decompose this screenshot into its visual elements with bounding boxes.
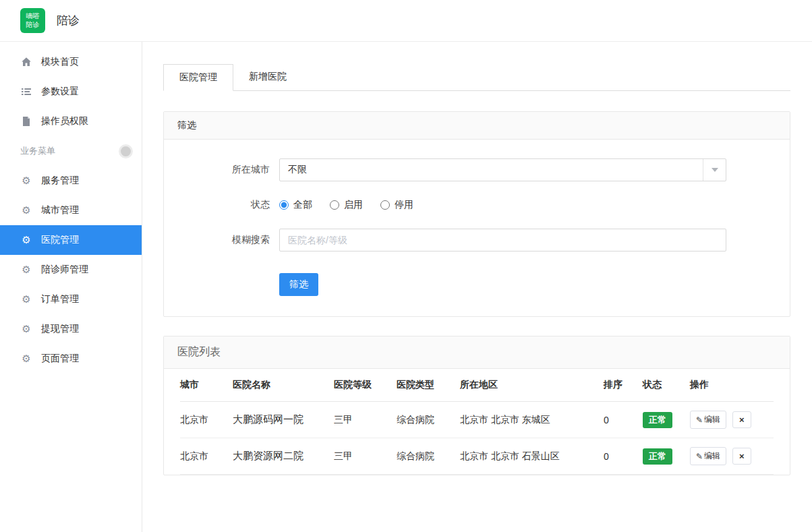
sidebar-item-label: 城市管理 (41, 204, 79, 216)
sidebar-item-label: 医院管理 (41, 234, 79, 246)
radio-all-label: 全部 (293, 199, 312, 211)
tab-add-hospital[interactable]: 新增医院 (233, 64, 302, 90)
cell-hospital-name: 大鹏源码网一院 (227, 402, 328, 438)
sidebar-section-business-menu: 业务菜单 (0, 136, 142, 166)
search-label: 模糊搜索 (164, 234, 270, 246)
status-label: 状态 (164, 199, 270, 211)
radio-disabled-input[interactable] (380, 200, 390, 210)
table-row: 北京市 大鹏源码网一院 三甲 综合病院 北京市 北京市 东城区 0 正常 ✎编辑… (180, 402, 774, 438)
sidebar-item-hospital-management[interactable]: ⚙ 医院管理 (0, 225, 142, 255)
column-header-grade: 医院等级 (328, 369, 391, 402)
status-radio-disabled[interactable]: 停用 (380, 199, 413, 211)
sidebar-item-order-management[interactable]: ⚙ 订单管理 (0, 285, 142, 314)
sidebar-item-label: 订单管理 (41, 293, 79, 305)
app-logo[interactable]: 嘀嗒 陪诊 (20, 8, 45, 33)
chevron-down-icon[interactable] (703, 159, 726, 181)
city-label: 所在城市 (164, 164, 270, 176)
column-header-type: 医院类型 (391, 369, 455, 402)
tab-bar: 医院管理 新增医院 (163, 64, 790, 91)
cell-type: 综合病院 (391, 438, 455, 475)
gear-icon: ⚙ (20, 323, 32, 335)
gear-icon: ⚙ (20, 353, 32, 365)
sidebar-item-label: 提现管理 (41, 323, 79, 335)
gear-icon: ⚙ (20, 175, 32, 187)
cell-city: 北京市 (180, 402, 227, 438)
sidebar-item-label: 页面管理 (41, 353, 79, 365)
sidebar-item-withdrawal-management[interactable]: ⚙ 提现管理 (0, 314, 142, 344)
sidebar-item-service-management[interactable]: ⚙ 服务管理 (0, 166, 142, 196)
radio-disabled-label: 停用 (395, 199, 413, 211)
cell-type: 综合病院 (391, 402, 455, 438)
submit-row: 筛选 (164, 273, 790, 296)
sidebar-item-city-management[interactable]: ⚙ 城市管理 (0, 196, 142, 225)
pencil-icon: ✎ (696, 452, 703, 461)
hospital-list-panel: 医院列表 城市 医院名称 医院等级 医院类型 所在地区 排序 状态 操作 (163, 336, 790, 475)
section-label: 业务菜单 (20, 145, 55, 157)
radio-all-input[interactable] (279, 200, 289, 210)
filter-submit-button[interactable]: 筛选 (279, 273, 318, 296)
app-header: 嘀嗒 陪诊 陪诊 (0, 0, 812, 42)
column-header-city: 城市 (180, 369, 227, 402)
sidebar-item-escort-management[interactable]: ⚙ 陪诊师管理 (0, 255, 142, 285)
search-row: 模糊搜索 (164, 229, 790, 252)
column-header-sort: 排序 (598, 369, 637, 402)
city-row: 所在城市 不限 (164, 158, 790, 181)
status-radio-group: 全部 启用 停用 (279, 199, 431, 211)
city-select-value: 不限 (288, 164, 307, 176)
column-header-actions: 操作 (685, 369, 774, 402)
tab-hospital-management[interactable]: 医院管理 (163, 64, 233, 91)
main-content: 医院管理 新增医院 筛选 所在城市 不限 状态 全部 (143, 42, 812, 532)
sidebar-item-page-management[interactable]: ⚙ 页面管理 (0, 344, 142, 374)
cell-city: 北京市 (180, 438, 227, 475)
sidebar-item-label: 模块首页 (41, 56, 79, 68)
search-input[interactable] (279, 229, 726, 252)
status-badge: 正常 (643, 412, 672, 428)
cell-grade: 三甲 (328, 402, 391, 438)
sidebar-item-label: 操作员权限 (41, 115, 88, 127)
table-row: 北京市 大鹏资源网二院 三甲 综合病院 北京市 北京市 石景山区 0 正常 ✎编… (180, 438, 774, 475)
status-row: 状态 全部 启用 停用 (164, 199, 790, 211)
status-badge: 正常 (643, 448, 672, 465)
edit-button-label: 编辑 (704, 450, 720, 462)
cell-sort: 0 (598, 438, 637, 475)
column-header-name: 医院名称 (227, 369, 328, 402)
sidebar-item-label: 陪诊师管理 (41, 264, 88, 276)
radio-enabled-input[interactable] (330, 200, 339, 210)
delete-button[interactable]: × (732, 448, 751, 465)
sidebar: 模块首页 参数设置 操作员权限 业务菜单 ⚙ 服务管理 ⚙ 城市管理 (0, 42, 142, 532)
pencil-icon: ✎ (696, 415, 703, 425)
sidebar-item-operator-permissions[interactable]: 操作员权限 (0, 107, 142, 136)
cell-hospital-name: 大鹏资源网二院 (227, 438, 328, 475)
document-icon (20, 116, 32, 127)
sidebar-item-label: 服务管理 (41, 175, 79, 187)
gear-icon: ⚙ (20, 234, 32, 246)
section-toggle-icon[interactable] (121, 146, 131, 156)
edit-button[interactable]: ✎编辑 (690, 411, 726, 429)
gear-icon: ⚙ (20, 264, 32, 276)
gear-icon: ⚙ (20, 293, 32, 305)
close-icon: × (739, 451, 745, 461)
filter-panel-title: 筛选 (164, 112, 790, 140)
home-icon (20, 57, 32, 67)
filter-panel: 筛选 所在城市 不限 状态 全部 启用 (163, 111, 790, 317)
delete-button[interactable]: × (732, 411, 751, 428)
sidebar-item-module-home[interactable]: 模块首页 (0, 47, 142, 77)
radio-enabled-label: 启用 (344, 199, 363, 211)
edit-button[interactable]: ✎编辑 (690, 447, 726, 465)
column-header-area: 所在地区 (455, 369, 598, 402)
status-radio-all[interactable]: 全部 (279, 199, 312, 211)
status-radio-enabled[interactable]: 启用 (330, 199, 363, 211)
cell-area: 北京市 北京市 石景山区 (455, 438, 598, 475)
city-select[interactable]: 不限 (279, 158, 726, 181)
page-title: 陪诊 (57, 13, 80, 28)
edit-button-label: 编辑 (704, 414, 720, 425)
filter-form: 所在城市 不限 状态 全部 启用 (164, 140, 790, 316)
hospital-list-title: 医院列表 (164, 336, 790, 369)
gear-icon: ⚙ (20, 204, 32, 216)
cell-grade: 三甲 (328, 438, 391, 475)
list-icon (20, 86, 32, 97)
logo-text-line2: 陪诊 (26, 21, 40, 30)
sidebar-item-parameter-settings[interactable]: 参数设置 (0, 77, 142, 107)
column-header-status: 状态 (637, 369, 685, 402)
cell-area: 北京市 北京市 东城区 (455, 402, 598, 438)
